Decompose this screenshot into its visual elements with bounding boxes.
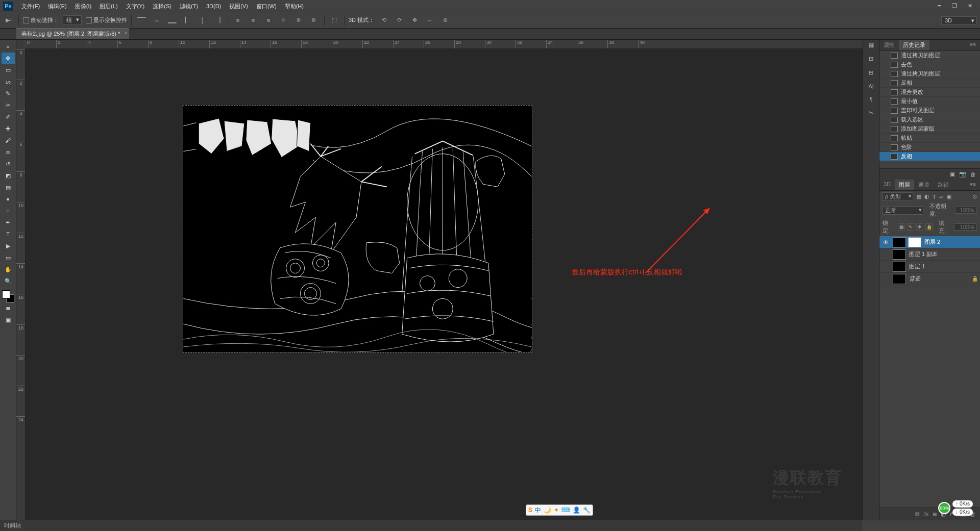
move-tool-preset-icon[interactable]: ▶+ <box>3 15 14 26</box>
delete-state-icon[interactable]: 🗑 <box>970 171 976 178</box>
history-state[interactable]: 混合更改 <box>879 88 980 97</box>
foreground-color-swatch[interactable] <box>2 290 10 298</box>
crop-tool[interactable]: ✂ <box>2 99 15 111</box>
align-top-icon[interactable]: ▔▔ <box>136 15 147 26</box>
align-hcenter-icon[interactable]: │ <box>197 15 208 26</box>
ime-keyboard-icon[interactable]: ⌨ <box>561 507 570 514</box>
align-left-icon[interactable]: ▏ <box>182 15 193 26</box>
history-list[interactable]: 通过拷贝的图层去色通过拷贝的图层反相混合更改最小值盖印可见图层载入选区添加图层蒙… <box>879 51 980 168</box>
distribute-hcenter-icon[interactable]: ⊪ <box>293 15 305 26</box>
align-right-icon[interactable]: ▕ <box>212 15 224 26</box>
3d-orbit-icon[interactable]: ⟲ <box>378 15 389 26</box>
close-tab-icon[interactable]: × <box>124 30 127 36</box>
layer-mask-icon[interactable]: ◙ <box>933 511 937 518</box>
distribute-left-icon[interactable]: ⊪ <box>278 15 289 26</box>
menu-view[interactable]: 视图(V) <box>225 0 252 12</box>
history-state[interactable]: 载入选区 <box>879 115 980 124</box>
ime-moon-icon[interactable]: 🌙 <box>544 507 551 514</box>
blur-tool[interactable]: ● <box>2 193 15 205</box>
workspace-switcher[interactable]: 3D <box>941 16 977 24</box>
ime-lang-indicator[interactable]: 中 <box>535 506 541 515</box>
properties-tab[interactable]: 属性 <box>879 40 899 50</box>
ime-person-icon[interactable]: 👤 <box>573 507 580 514</box>
lock-trans-icon[interactable]: ▦ <box>898 223 905 231</box>
healing-tool[interactable]: ✚ <box>2 123 15 134</box>
layer-panel-menu-icon[interactable]: ▾≡ <box>966 180 980 190</box>
menu-help[interactable]: 帮助(H) <box>281 0 308 12</box>
tab-3d[interactable]: 3D <box>879 180 895 190</box>
layer-name[interactable]: 图层 1 <box>909 263 978 270</box>
paragraph-panel-icon[interactable]: ¶ <box>870 96 873 103</box>
layer-visibility-toggle[interactable]: 👁 <box>881 239 890 245</box>
layer-mask-thumbnail[interactable] <box>908 237 921 247</box>
fill-input[interactable]: 100% <box>954 223 977 231</box>
history-state[interactable]: 粘贴 <box>879 134 980 143</box>
distribute-vcenter-icon[interactable]: ≡ <box>248 15 259 26</box>
layer-thumbnail[interactable] <box>893 237 906 247</box>
tool-collapse-handle[interactable]: » <box>2 41 15 52</box>
menu-edit[interactable]: 编辑(E) <box>44 0 71 12</box>
auto-select-checkbox[interactable]: 自动选择： <box>23 16 59 24</box>
hand-tool[interactable]: ✋ <box>2 264 15 275</box>
shape-tool[interactable]: ▭ <box>2 252 15 263</box>
layer-row[interactable]: 背景🔒 <box>879 273 980 285</box>
brush-tool[interactable]: 🖌 <box>2 135 15 146</box>
document-tab[interactable]: 春秋2.jpg @ 25% (图层 2, 图层蒙版/8) * × <box>16 28 129 39</box>
menu-layer[interactable]: 图层(L) <box>95 0 121 12</box>
auto-select-target-dropdown[interactable]: 组 <box>63 15 82 25</box>
ime-sparkle-icon[interactable]: ✦ <box>554 507 559 514</box>
pen-tool[interactable]: ✒ <box>2 217 15 228</box>
3d-zoom-icon[interactable]: ⊚ <box>439 15 451 26</box>
layer-row[interactable]: 👁图层 2 <box>879 236 980 248</box>
layer-thumbnail[interactable] <box>893 274 906 284</box>
color-panel-icon[interactable]: ▦ <box>869 42 874 48</box>
history-state[interactable]: 反相 <box>879 152 980 161</box>
zoom-tool[interactable]: 🔍 <box>2 275 15 287</box>
layer-row[interactable]: 图层 1 <box>879 261 980 273</box>
filter-toggle-icon[interactable]: ⊙ <box>972 193 977 200</box>
3d-slide-icon[interactable]: ↔ <box>424 15 435 26</box>
opacity-input[interactable]: 100% <box>955 207 977 214</box>
layer-list[interactable]: 👁图层 2图层 1 副本图层 1背景🔒 <box>879 236 980 508</box>
filter-adjust-icon[interactable]: ◐ <box>924 193 929 200</box>
layer-name[interactable]: 背景 <box>909 275 969 283</box>
quick-mask-toggle[interactable]: ◙ <box>2 302 15 314</box>
speed-widget[interactable]: 68% ↑ 0K/s ↓ 0K/s <box>938 500 973 516</box>
layer-thumbnail[interactable] <box>893 249 906 260</box>
eraser-tool[interactable]: ◩ <box>2 170 15 181</box>
menu-filter[interactable]: 滤镜(T) <box>176 0 202 12</box>
new-snapshot-icon[interactable]: 📷 <box>959 171 966 178</box>
canvas-area[interactable]: 漫联教育 Manlian Education Pre-Service <box>35 49 863 520</box>
timeline-panel-tab[interactable]: 时间轴 <box>0 520 862 531</box>
filter-pixel-icon[interactable]: ▩ <box>916 193 921 200</box>
show-transform-checkbox[interactable]: 显示变换控件 <box>86 16 127 24</box>
layer-filter-kind[interactable]: ρ 类型 <box>883 192 913 201</box>
screen-mode-toggle[interactable]: ▣ <box>2 314 15 325</box>
dodge-tool[interactable]: ○ <box>2 205 15 216</box>
adjustments-panel-icon[interactable]: ⊟ <box>869 69 873 76</box>
layer-fx-icon[interactable]: fx <box>924 511 928 518</box>
lock-position-icon[interactable]: ✥ <box>916 223 923 231</box>
history-brush-tool[interactable]: ↺ <box>2 158 15 169</box>
menu-image[interactable]: 图像(I) <box>71 0 95 12</box>
distribute-bottom-icon[interactable]: ≡ <box>263 15 274 26</box>
quick-select-tool[interactable]: ✎ <box>2 88 15 99</box>
window-close-button[interactable]: ✕ <box>963 1 977 11</box>
lock-all-icon[interactable]: 🔒 <box>925 223 933 231</box>
tab-layers[interactable]: 图层 <box>895 180 914 190</box>
menu-type[interactable]: 文字(Y) <box>122 0 149 12</box>
align-vcenter-icon[interactable]: ═ <box>151 15 162 26</box>
color-swatches[interactable] <box>2 290 14 302</box>
type-tool[interactable]: T <box>2 229 15 240</box>
3d-pan-icon[interactable]: ✥ <box>409 15 420 26</box>
move-tool[interactable]: ✥ <box>2 53 15 64</box>
3d-roll-icon[interactable]: ⟳ <box>394 15 405 26</box>
history-state[interactable]: 添加图层蒙版 <box>879 124 980 134</box>
distribute-right-icon[interactable]: ⊪ <box>309 15 320 26</box>
character-panel-icon[interactable]: A| <box>868 83 873 89</box>
layer-name[interactable]: 图层 2 <box>924 238 978 246</box>
tab-paths[interactable]: 路径 <box>934 180 953 190</box>
swatches-panel-icon[interactable]: ⊞ <box>869 56 873 62</box>
layer-name[interactable]: 图层 1 副本 <box>909 250 978 258</box>
create-snapshot-icon[interactable]: ▣ <box>950 171 955 178</box>
